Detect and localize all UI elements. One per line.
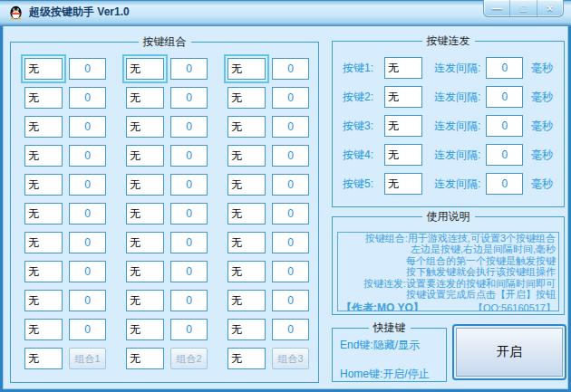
combo-interval-input[interactable] [69,116,106,138]
combo-key-input[interactable] [126,203,164,225]
combo-key-input[interactable] [24,261,63,282]
combo-interval-input[interactable] [69,58,106,80]
combo-row: 组合1 [24,348,106,369]
combo-row [126,87,208,109]
combo-key-input[interactable] [126,319,164,340]
combo-key-input[interactable] [24,290,63,311]
combo-interval-input[interactable] [170,203,208,225]
autofire-key-input[interactable] [384,86,422,108]
combo-row [24,116,106,138]
combo-key-input[interactable] [126,290,164,311]
combo-key-input[interactable] [227,348,266,369]
combo-interval-input[interactable] [69,203,106,225]
combo-interval-input[interactable] [69,290,106,311]
combo-interval-input[interactable] [69,319,106,340]
combo-row [126,290,208,311]
combo-key-input[interactable] [227,319,266,340]
combo-key-input[interactable] [126,58,164,80]
combo-interval-input[interactable] [272,290,309,311]
combo-key-input[interactable] [126,87,164,109]
combo-row [24,203,106,225]
autofire-interval-label: 连发间隔: [434,90,480,105]
combo-interval-input[interactable] [272,145,309,167]
combo-key-input[interactable] [227,116,266,138]
combo-key-input[interactable] [227,203,266,225]
combo-interval-input[interactable] [69,145,106,167]
combo-set-button[interactable]: 组合3 [272,348,309,369]
combo-key-input[interactable] [24,203,63,225]
combo-interval-input[interactable] [272,232,309,253]
combo-interval-input[interactable] [272,261,309,282]
combo-key-input[interactable] [126,116,164,138]
combo-interval-input[interactable] [170,290,208,311]
combo-interval-input[interactable] [170,174,208,196]
combo-key-input[interactable] [227,232,266,253]
instructions-footer: 【作者:MO YO】 【QQ:56160517】 [341,301,556,311]
combo-row [227,261,309,282]
combo-interval-input[interactable] [170,116,208,138]
autofire-key-input[interactable] [384,57,422,79]
close-button[interactable]: × [537,0,563,16]
combo-row [24,174,106,196]
combo-key-input[interactable] [126,348,164,369]
combo-interval-input[interactable] [69,261,106,282]
combo-interval-input[interactable] [272,87,309,109]
combo-row [24,87,106,109]
combo-interval-input[interactable] [272,116,309,138]
instructions-group-title: 使用说明 [422,209,475,225]
combo-key-input[interactable] [126,174,164,196]
combo-interval-input[interactable] [69,232,106,253]
autofire-interval-input[interactable] [486,173,523,195]
start-button[interactable]: 开启 [452,324,566,380]
combo-set-button[interactable]: 组合2 [170,348,208,369]
autofire-interval-input[interactable] [486,86,523,108]
combo-interval-input[interactable] [170,261,208,282]
combo-row [227,203,309,225]
combo-key-input[interactable] [227,87,266,109]
combo-key-input[interactable] [227,261,266,282]
maximize-button[interactable]: □ [510,0,537,16]
combo-interval-input[interactable] [170,145,208,167]
combo-interval-input[interactable] [69,174,106,196]
autofire-key-input[interactable] [384,173,422,195]
combo-row [126,319,208,340]
combo-interval-input[interactable] [272,58,309,80]
combo-set-button[interactable]: 组合1 [69,348,106,369]
combo-key-input[interactable] [24,116,63,138]
autofire-interval-input[interactable] [486,57,523,79]
combo-key-input[interactable] [24,348,63,369]
combo-column: 组合2 [126,58,208,369]
combo-interval-input[interactable] [170,58,208,80]
combo-grid: 组合1组合2组合3 [24,58,309,369]
combo-key-input[interactable] [227,145,266,167]
combo-key-input[interactable] [24,58,63,80]
combo-interval-input[interactable] [272,174,309,196]
autofire-interval-input[interactable] [486,144,523,166]
combo-interval-input[interactable] [69,87,106,109]
combo-interval-input[interactable] [170,319,208,340]
combo-key-input[interactable] [227,174,266,196]
autofire-interval-input[interactable] [486,115,523,137]
combo-key-input[interactable] [24,232,63,253]
combo-key-input[interactable] [126,145,164,167]
combo-interval-input[interactable] [170,87,208,109]
combo-interval-input[interactable] [272,319,309,340]
autofire-interval-label: 连发间隔: [434,177,480,192]
start-button-label: 开启 [456,328,563,377]
combo-key-input[interactable] [126,232,164,253]
combo-key-input[interactable] [24,145,63,167]
combo-interval-input[interactable] [272,203,309,225]
autofire-key-input[interactable] [384,144,422,166]
combo-key-input[interactable] [227,290,266,311]
autofire-key-input[interactable] [384,115,422,137]
minimize-button[interactable]: — [484,0,510,16]
combo-key-input[interactable] [24,319,63,340]
combo-key-input[interactable] [126,261,164,282]
combo-interval-input[interactable] [170,232,208,253]
instruction-line: 按键连发:设置要连发的按键和间隔时间即可 [341,278,556,289]
instruction-line: 左边是按键,右边是间隔时间,毫秒 [341,244,556,254]
combo-key-input[interactable] [24,174,63,196]
combo-key-input[interactable] [227,58,266,80]
combo-key-input[interactable] [24,87,63,109]
combo-row [24,290,106,311]
